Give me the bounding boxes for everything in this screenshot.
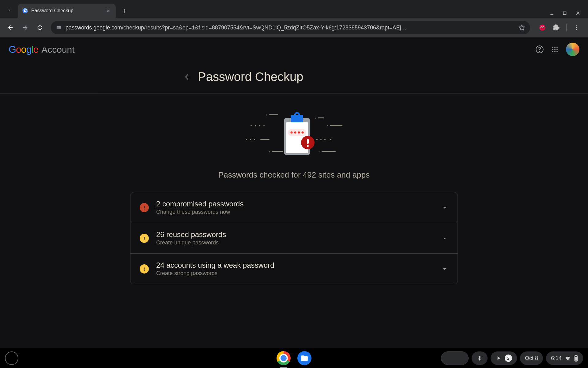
svg-point-48 (291, 132, 293, 134)
tab-favicon (22, 8, 28, 14)
svg-rect-40 (330, 125, 342, 126)
tab-close-button[interactable] (105, 7, 111, 14)
svg-point-36 (320, 139, 322, 140)
new-tab-button[interactable]: + (119, 6, 130, 17)
close-window-button[interactable] (575, 10, 581, 16)
svg-point-20 (556, 51, 558, 52)
shelf-overview-thumbnail[interactable] (441, 351, 469, 365)
row-weak[interactable]: 24 accounts using a weak password Create… (130, 253, 458, 284)
chevron-down-icon (441, 265, 448, 273)
extensions-area (535, 23, 584, 32)
results-card: 2 compromised passwords Change these pas… (130, 192, 458, 284)
google-account-logo[interactable]: Google Account (9, 44, 75, 55)
svg-point-60 (144, 270, 145, 270)
svg-point-42 (319, 151, 320, 152)
window-controls (549, 10, 588, 18)
shelf-notifications-button[interactable]: 2 (491, 351, 517, 365)
hero-illustration (230, 109, 358, 161)
battery-icon (574, 355, 578, 362)
apps-grid-icon[interactable] (551, 46, 559, 53)
svg-point-56 (144, 209, 145, 209)
svg-point-13 (554, 47, 556, 48)
maximize-button[interactable] (562, 11, 567, 16)
svg-point-33 (315, 118, 316, 119)
svg-point-21 (251, 125, 252, 126)
launcher-button[interactable] (5, 351, 18, 365)
svg-rect-28 (260, 139, 270, 140)
row-subtitle: Create unique passwords (156, 240, 434, 246)
browser-toolbar: passwords.google.com/checkup/results?pr=… (0, 18, 588, 37)
warning-icon (140, 234, 149, 243)
separator (566, 24, 567, 31)
svg-rect-45 (291, 115, 303, 122)
svg-point-39 (327, 125, 328, 126)
shelf-mic-button[interactable] (472, 351, 488, 365)
address-bar[interactable]: passwords.google.com/checkup/results?pr=… (51, 21, 530, 34)
avatar[interactable] (566, 43, 579, 56)
svg-rect-55 (144, 206, 145, 208)
url-text: passwords.google.com/checkup/results?pr=… (66, 25, 515, 31)
help-icon[interactable] (535, 45, 544, 54)
svg-rect-34 (318, 117, 324, 118)
svg-point-27 (254, 139, 255, 140)
svg-rect-63 (575, 357, 577, 361)
svg-point-31 (269, 151, 270, 152)
svg-point-51 (302, 132, 304, 134)
bookmark-star-icon[interactable] (518, 24, 525, 31)
browser-menu-button[interactable] (572, 23, 581, 32)
chromeos-shelf: 2 Oct 8 6:14 (0, 348, 588, 368)
chevron-down-icon (441, 204, 448, 211)
shelf-chrome-icon[interactable] (277, 351, 291, 365)
svg-point-18 (552, 51, 553, 52)
tab-search-button[interactable] (2, 3, 16, 17)
warning-icon (140, 264, 149, 274)
svg-point-29 (266, 115, 267, 116)
tab-title: Password Checkup (31, 8, 102, 13)
row-compromised[interactable]: 2 compromised passwords Change these pas… (130, 192, 458, 223)
svg-rect-57 (144, 237, 145, 239)
svg-rect-2 (563, 12, 566, 14)
svg-rect-41 (322, 151, 336, 152)
reload-button[interactable] (34, 21, 46, 34)
svg-point-16 (554, 49, 556, 50)
shelf-files-icon[interactable] (297, 351, 311, 365)
back-arrow-icon[interactable] (184, 73, 192, 81)
shelf-date[interactable]: Oct 8 (520, 351, 543, 365)
svg-point-35 (316, 139, 318, 140)
row-reused[interactable]: 26 reused passwords Create unique passwo… (130, 223, 458, 253)
shelf-status-tray[interactable]: 6:14 (546, 351, 583, 365)
svg-point-25 (246, 139, 247, 140)
svg-point-49 (294, 132, 296, 134)
svg-point-19 (554, 51, 556, 52)
svg-point-8 (576, 25, 577, 26)
page-heading: Password Checkup (98, 61, 490, 93)
svg-point-54 (307, 145, 309, 147)
forward-button[interactable] (19, 21, 31, 34)
svg-rect-59 (144, 267, 145, 270)
page-title: Password Checkup (198, 70, 303, 84)
site-info-icon[interactable] (56, 25, 62, 31)
google-account-header: Google Account (0, 37, 588, 61)
svg-point-38 (330, 139, 331, 140)
svg-point-17 (556, 49, 558, 50)
row-subtitle: Create strong passwords (156, 270, 434, 277)
wifi-icon (565, 355, 571, 361)
svg-point-37 (324, 139, 326, 140)
svg-point-26 (250, 139, 251, 140)
back-button[interactable] (4, 21, 17, 34)
extension-icon[interactable] (538, 23, 547, 32)
svg-rect-1 (550, 14, 553, 15)
alert-icon (140, 203, 149, 212)
row-subtitle: Change these passwords now (156, 209, 434, 215)
notification-count: 2 (505, 355, 512, 362)
svg-point-24 (263, 125, 265, 126)
minimize-button[interactable] (549, 11, 554, 16)
svg-rect-30 (269, 114, 278, 115)
svg-rect-53 (307, 139, 309, 144)
svg-rect-32 (272, 151, 283, 152)
browser-tab[interactable]: Password Checkup (18, 4, 116, 18)
svg-point-9 (576, 27, 577, 28)
extensions-puzzle-icon[interactable] (552, 23, 561, 32)
row-title: 2 compromised passwords (156, 200, 434, 208)
summary-text: Passwords checked for 492 sites and apps (218, 170, 370, 180)
